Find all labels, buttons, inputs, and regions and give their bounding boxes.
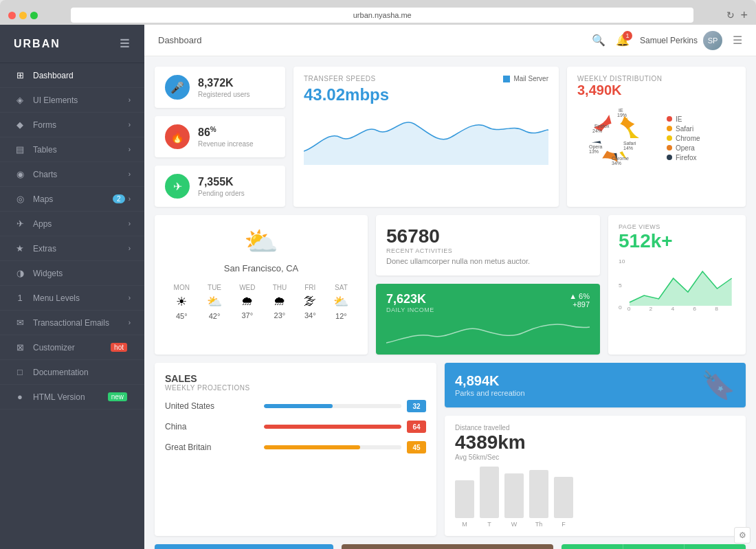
sidebar-item-ui-elements[interactable]: ◈ UI Elements › xyxy=(0,88,144,113)
recent-activities-card: 56780 RECENT ACTIVITIES Donec ullamcorpe… xyxy=(376,215,600,276)
chevron-right-icon: › xyxy=(129,319,131,326)
sidebar-item-apps[interactable]: ✈ Apps › xyxy=(0,212,144,236)
sidebar-item-tables[interactable]: ▤ Tables › xyxy=(0,137,144,162)
minimize-dot[interactable] xyxy=(19,12,27,19)
safari-dot xyxy=(667,126,672,131)
weather-day-fri: FRI 🌫 34° xyxy=(304,284,316,320)
svg-text:IE: IE xyxy=(619,108,623,113)
email-icon: ✉ xyxy=(14,317,26,328)
maps-icon: ◎ xyxy=(14,194,26,204)
weather-row: ⛅ San Francisco, CA MON ☀ 45° TUE ⛅ 42° xyxy=(155,215,746,355)
app-container: URBAN ☰ ⊞ Dashboard ◈ UI Elements › ◆ Fo… xyxy=(0,25,756,549)
new-tab-icon[interactable]: + xyxy=(740,8,748,23)
orders-value: 7,355K xyxy=(198,176,275,188)
svg-text:8: 8 xyxy=(715,306,718,312)
recent-desc: Donec ullamcorper nulla non metus auctor… xyxy=(386,257,590,265)
donut-legend: IE Safari Chrome Opera Firefox xyxy=(667,115,700,161)
close-dot[interactable] xyxy=(8,12,16,19)
users-value: 8,372K xyxy=(198,77,275,89)
bar-f xyxy=(554,477,573,518)
distance-label: Distance travelled xyxy=(455,424,735,432)
url-bar[interactable]: urban.nyasha.me xyxy=(71,8,693,23)
user-profile-card: SP Samuel Perkins San Francisco, CA Inte… xyxy=(155,544,333,549)
sidebar-item-documentation[interactable]: □ Documentation xyxy=(0,360,144,385)
sales-row-china: China 64 xyxy=(165,421,426,433)
tables-icon: ▤ xyxy=(14,144,26,155)
chevron-right-icon: › xyxy=(129,170,131,178)
transfer-label: TRANSFER SPEEDS xyxy=(304,75,376,82)
chevron-right-icon: › xyxy=(129,245,131,252)
menu-toggle-icon[interactable]: ☰ xyxy=(120,37,131,50)
pageviews-label: PAGE VIEWS xyxy=(619,223,735,230)
weather-main-icon: ⛅ xyxy=(165,225,357,258)
activities-column: 56780 RECENT ACTIVITIES Donec ullamcorpe… xyxy=(376,215,600,355)
chevron-right-icon: › xyxy=(129,294,131,302)
parks-value: 4,894K xyxy=(455,373,525,389)
users-icon: 🎤 xyxy=(165,75,190,100)
income-label: DAILY INCOME xyxy=(386,306,590,313)
svg-text:13%: 13% xyxy=(589,149,599,154)
sidebar-item-maps[interactable]: ◎ Maps 2 › xyxy=(0,187,144,212)
username-label: Samuel Perkins xyxy=(640,36,698,45)
sidebar-item-menu-levels[interactable]: 1 Menu Levels › xyxy=(0,286,144,311)
users-label: Registered users xyxy=(198,91,275,98)
weather-day-thu: THU 🌧 23° xyxy=(273,284,287,320)
docs-icon: □ xyxy=(14,367,26,377)
sidebar-item-html-version[interactable]: ● HTML Version new xyxy=(0,385,144,410)
weather-day-sat: SAT ⛅ 12° xyxy=(333,284,348,320)
task-stats-card: 132 PENDING 43 COMPLETED 28 FAILED xyxy=(562,544,746,549)
svg-text:Firefox: Firefox xyxy=(594,124,610,128)
html-icon: ● xyxy=(14,392,26,402)
charts-icon: ◉ xyxy=(14,169,26,179)
topbar: Dashboard 🔍 🔔 1 Samuel Perkins SP ☰ xyxy=(144,25,756,56)
daily-income-card: 7,623K DAILY INCOME ▲ 6% +897 xyxy=(376,284,600,355)
hamburger-icon[interactable]: ☰ xyxy=(733,34,742,47)
settings-gear-icon[interactable]: ⚙ xyxy=(734,527,751,544)
weather-location: San Francisco, CA xyxy=(165,263,357,273)
sidebar-item-forms[interactable]: ◆ Forms › xyxy=(0,113,144,137)
chevron-right-icon: › xyxy=(129,195,131,203)
distance-sub: Avg 56km/Sec xyxy=(455,453,735,461)
weekly-label: WEEKLY DISTRIBUTION xyxy=(577,75,735,82)
gb-badge: 45 xyxy=(407,441,426,453)
us-badge: 32 xyxy=(407,400,426,412)
sidebar-item-transactional[interactable]: ✉ Transactional Emails › xyxy=(0,311,144,335)
refresh-icon[interactable]: ↻ xyxy=(726,10,735,21)
weekly-distribution-card: WEEKLY DISTRIBUTION 3,490K xyxy=(567,67,746,207)
orders-label: Pending orders xyxy=(198,190,275,197)
transfer-legend: Mail Server xyxy=(503,75,548,82)
extras-icon: ★ xyxy=(14,243,26,254)
bottom-row: SP Samuel Perkins San Francisco, CA Inte… xyxy=(155,544,746,549)
sidebar-item-widgets[interactable]: ◑ Widgets xyxy=(0,261,144,286)
bar-th xyxy=(529,470,548,518)
parks-column: 4,894K Parks and recreation 🔖 Distance t… xyxy=(445,363,746,536)
china-bar xyxy=(264,425,401,429)
opera-dot xyxy=(667,145,672,150)
dashboard: 🎤 8,372K Registered users 🔥 86% Reven xyxy=(144,56,756,549)
pageviews-card: PAGE VIEWS 512k+ 10 5 0 0 2 4 6 8 xyxy=(608,215,746,355)
sales-card: SALES WEEKLY PROJECTIONS United States 3… xyxy=(155,363,436,536)
sidebar-item-customizer[interactable]: ⊠ Customizer hot xyxy=(0,335,144,360)
sidebar-item-extras[interactable]: ★ Extras › xyxy=(0,236,144,261)
revenue-icon: 🔥 xyxy=(165,124,190,149)
new-badge: new xyxy=(108,392,127,401)
distance-bars: M T W Th xyxy=(455,467,735,528)
search-icon[interactable]: 🔍 xyxy=(592,34,605,47)
sales-title: SALES xyxy=(165,373,426,384)
sidebar-item-charts[interactable]: ◉ Charts › xyxy=(0,162,144,187)
forms-icon: ◆ xyxy=(14,120,26,130)
sidebar-item-dashboard[interactable]: ⊞ Dashboard xyxy=(0,63,144,88)
pageviews-value: 512k+ xyxy=(619,230,735,252)
sales-row-gb: Great Britain 45 xyxy=(165,441,426,453)
user-menu[interactable]: Samuel Perkins SP xyxy=(640,31,722,50)
mail-server-indicator xyxy=(503,76,510,82)
svg-text:2: 2 xyxy=(649,306,653,312)
income-chart xyxy=(386,319,590,346)
weather-card: ⛅ San Francisco, CA MON ☀ 45° TUE ⛅ 42° xyxy=(155,215,368,355)
menu-levels-icon: 1 xyxy=(14,293,26,303)
browser-chrome: urban.nyasha.me ↻ + xyxy=(0,0,756,25)
notification-bell[interactable]: 🔔 1 xyxy=(616,34,630,47)
maximize-dot[interactable] xyxy=(30,12,38,19)
failed-segment: 28 FAILED xyxy=(685,544,746,549)
transfer-value: 43.02mbps xyxy=(304,85,548,104)
